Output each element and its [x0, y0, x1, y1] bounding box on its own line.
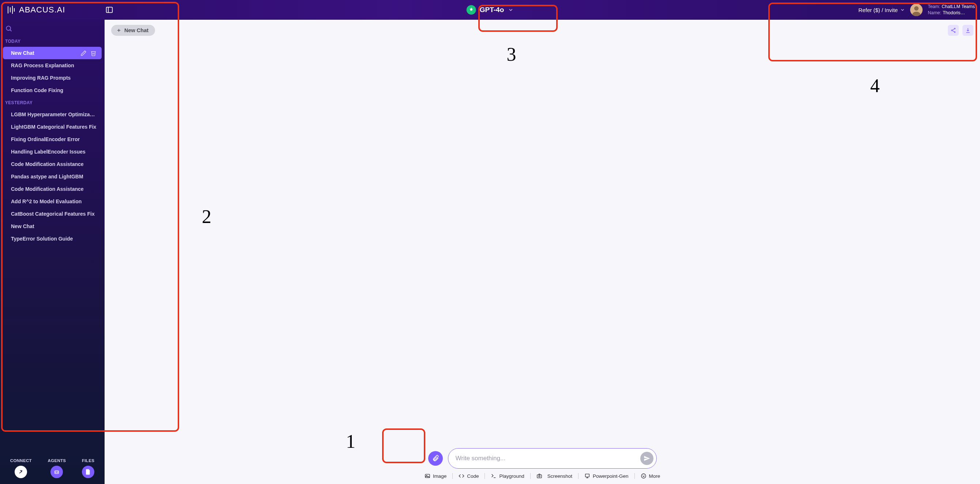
- tool-label: Code: [467, 473, 479, 479]
- section-today: TODAY: [0, 35, 105, 47]
- chat-history: TODAY New Chat RAG Process Explanation I…: [0, 35, 105, 455]
- image-icon: [425, 473, 430, 479]
- model-selector[interactable]: GPT-4o: [462, 4, 518, 16]
- chat-item[interactable]: LGBM Hyperparameter Optimization: [3, 108, 102, 121]
- chat-item[interactable]: Handling LabelEncoder Issues: [3, 146, 102, 158]
- annot-num-2: 2: [202, 206, 212, 227]
- sidebar-footer: CONNECT AGENTS FILES: [0, 455, 105, 484]
- chat-item-label: LGBM Hyperparameter Optimization: [11, 111, 97, 117]
- terminal-icon: [491, 473, 496, 479]
- share-button[interactable]: [948, 25, 959, 36]
- sidebar-search[interactable]: [0, 20, 105, 35]
- openai-icon: [466, 5, 476, 14]
- chat-item-label: Add R^2 to Model Evaluation: [11, 198, 97, 204]
- chevron-down-icon: [900, 7, 905, 13]
- chat-item-label: Improving RAG Prompts: [11, 75, 97, 81]
- camera-icon: [536, 473, 542, 479]
- send-icon: [644, 455, 650, 462]
- connect-button[interactable]: [14, 466, 27, 478]
- chat-item-label: Code Modification Assistance: [11, 161, 97, 167]
- agents-button[interactable]: [51, 466, 63, 478]
- chat-item[interactable]: LightGBM Categorical Features Fix: [3, 121, 102, 133]
- file-icon: [85, 469, 91, 475]
- paperclip-icon: [432, 455, 439, 462]
- svg-rect-25: [585, 474, 589, 477]
- avatar[interactable]: [910, 4, 923, 16]
- annot-num-3: 3: [507, 43, 516, 65]
- section-yesterday: YESTERDAY: [0, 97, 105, 108]
- sidebar-collapse-icon[interactable]: [105, 6, 113, 14]
- chat-item[interactable]: Improving RAG Prompts: [3, 71, 102, 84]
- topbar: ABACUS.AI GPT-4o Refer ($) / Invite Team…: [0, 0, 980, 20]
- chat-item-label: Handling LabelEncoder Issues: [11, 149, 97, 155]
- chat-item[interactable]: Fixing OrdinalEncoder Error: [3, 133, 102, 146]
- chevron-down-circle-icon: [641, 473, 646, 479]
- chat-item[interactable]: Function Code Fixing: [3, 84, 102, 97]
- name-value: Thodoris…: [943, 10, 965, 16]
- footer-connect-label: CONNECT: [10, 459, 32, 463]
- chat-item-label: CatBoost Categorical Features Fix: [11, 211, 97, 217]
- bot-icon: [53, 469, 60, 475]
- svg-point-6: [914, 6, 919, 11]
- plus-icon: [116, 28, 121, 33]
- input-area: Image Code Playground Screenshot: [105, 448, 980, 484]
- tool-powerpoint[interactable]: Powerpoint-Gen: [579, 473, 635, 479]
- svg-point-11: [56, 472, 56, 473]
- team-label: Team:: [928, 4, 940, 10]
- chat-item-label: Fixing OrdinalEncoder Error: [11, 136, 97, 142]
- chat-item[interactable]: New Chat: [3, 220, 102, 233]
- tool-row: Image Code Playground Screenshot: [419, 473, 666, 479]
- svg-rect-23: [537, 475, 542, 478]
- share-icon: [950, 27, 956, 33]
- refer-invite-button[interactable]: Refer ($) / Invite: [859, 7, 905, 13]
- chat-item-label: New Chat: [11, 50, 80, 56]
- send-button[interactable]: [640, 452, 654, 465]
- tool-more[interactable]: More: [635, 473, 666, 479]
- tool-playground[interactable]: Playground: [485, 473, 530, 479]
- tool-label: Playground: [499, 473, 524, 479]
- chat-input-wrap: [448, 448, 657, 469]
- chat-item[interactable]: Code Modification Assistance: [3, 158, 102, 170]
- chat-item-label: LightGBM Categorical Features Fix: [11, 124, 97, 130]
- logo[interactable]: ABACUS.AI: [5, 5, 65, 15]
- tool-screenshot[interactable]: Screenshot: [531, 473, 578, 479]
- tool-image[interactable]: Image: [419, 473, 453, 479]
- main-pane: New Chat: [105, 20, 980, 484]
- svg-point-7: [912, 12, 920, 16]
- tool-label: Screenshot: [547, 473, 572, 479]
- model-name: GPT-4o: [480, 6, 504, 14]
- trash-icon[interactable]: [90, 50, 97, 56]
- chat-item-new-chat[interactable]: New Chat: [3, 47, 102, 59]
- logo-mark-icon: [6, 5, 16, 15]
- svg-line-19: [952, 31, 954, 32]
- svg-point-28: [641, 474, 646, 478]
- chat-item[interactable]: Pandas astype and LightGBM: [3, 170, 102, 183]
- chat-item[interactable]: TypeError Solution Guide: [3, 233, 102, 245]
- svg-point-17: [955, 32, 956, 33]
- edit-icon[interactable]: [80, 50, 87, 56]
- chat-item-label: RAG Process Explanation: [11, 62, 97, 68]
- chat-item[interactable]: CatBoost Categorical Features Fix: [3, 208, 102, 220]
- svg-point-8: [6, 26, 11, 30]
- logo-text: ABACUS.AI: [19, 5, 65, 14]
- chat-item[interactable]: Code Modification Assistance: [3, 183, 102, 195]
- files-button[interactable]: [82, 466, 94, 478]
- download-icon: [965, 27, 971, 33]
- user-meta: Team:ChatLLM Teams Name:Thodoris…: [928, 4, 975, 16]
- sidebar: TODAY New Chat RAG Process Explanation I…: [0, 20, 105, 484]
- attach-button[interactable]: [428, 451, 443, 466]
- svg-point-24: [539, 476, 540, 477]
- new-chat-button[interactable]: New Chat: [111, 25, 155, 36]
- chat-input[interactable]: [456, 455, 640, 462]
- chat-item-label: TypeError Solution Guide: [11, 236, 97, 242]
- annot-num-4: 4: [870, 75, 880, 97]
- chat-item[interactable]: Add R^2 to Model Evaluation: [3, 195, 102, 208]
- download-button[interactable]: [963, 25, 974, 36]
- tool-label: More: [649, 473, 660, 479]
- chat-item[interactable]: RAG Process Explanation: [3, 59, 102, 71]
- chat-item-label: Function Code Fixing: [11, 87, 97, 93]
- tool-label: Image: [433, 473, 447, 479]
- chat-body: [105, 41, 980, 448]
- plug-icon: [18, 469, 24, 475]
- tool-code[interactable]: Code: [453, 473, 485, 479]
